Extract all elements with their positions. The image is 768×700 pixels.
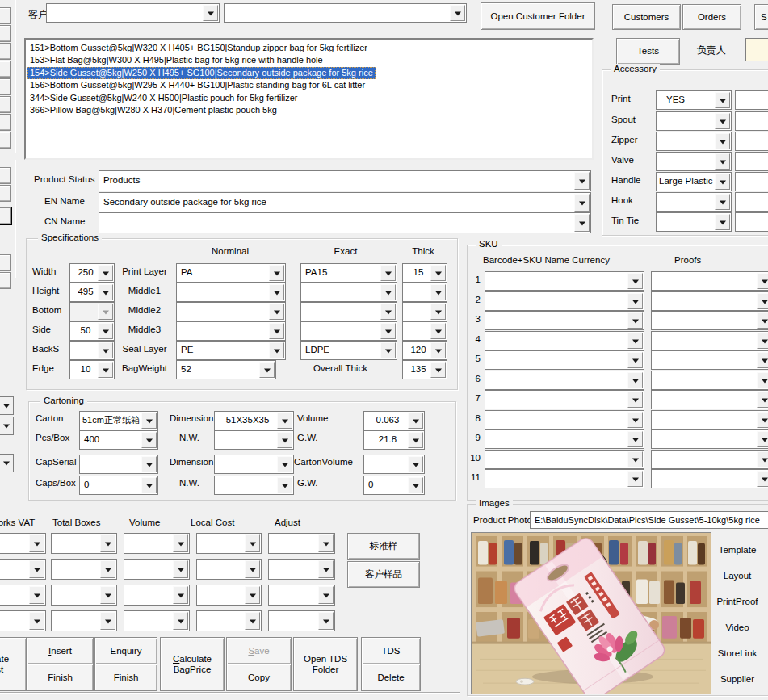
chevron-down-icon[interactable] bbox=[318, 534, 334, 552]
chevron-down-icon[interactable] bbox=[98, 265, 113, 281]
chevron-down-icon[interactable] bbox=[757, 333, 768, 349]
gw2-combo[interactable]: 0 bbox=[363, 476, 425, 495]
chevron-down-icon[interactable] bbox=[715, 113, 730, 129]
list-item-selected[interactable]: 154>Side Gusset@5kg|W250 X H495+ SG100|S… bbox=[27, 67, 376, 79]
chevron-down-icon[interactable] bbox=[627, 392, 643, 408]
print-layer-norminal-combo[interactable]: PA bbox=[176, 263, 286, 283]
chevron-down-icon[interactable] bbox=[627, 352, 643, 368]
sku-barcode-combo[interactable] bbox=[485, 291, 644, 311]
chevron-down-icon[interactable] bbox=[408, 413, 423, 429]
clipped-button-fragment[interactable] bbox=[0, 7, 11, 24]
chevron-down-icon[interactable] bbox=[173, 560, 188, 578]
chevron-down-icon[interactable] bbox=[715, 153, 730, 170]
edge-combo[interactable]: 10 bbox=[69, 360, 115, 379]
product-photo-path-field[interactable]: E:\BaiduSyncDisk\Data\Pics\Side Gusset\5… bbox=[530, 511, 768, 529]
list-item[interactable]: 153>Flat Bag@5kg|W300 X H495|Plastic bag… bbox=[27, 54, 325, 66]
chevron-down-icon[interactable] bbox=[29, 534, 44, 552]
chevron-down-icon[interactable] bbox=[277, 477, 292, 493]
cost-combo[interactable] bbox=[0, 610, 46, 631]
cost-combo[interactable] bbox=[196, 585, 262, 606]
chevron-down-icon[interactable] bbox=[574, 194, 590, 212]
orders-button[interactable]: Orders bbox=[682, 4, 741, 30]
cost-combo[interactable] bbox=[0, 585, 46, 606]
middle3-thick-combo[interactable] bbox=[402, 321, 447, 341]
chevron-down-icon[interactable] bbox=[100, 534, 115, 552]
chevron-down-icon[interactable] bbox=[715, 92, 730, 108]
sku-barcode-combo[interactable] bbox=[485, 390, 644, 409]
chevron-down-icon[interactable] bbox=[277, 456, 292, 472]
chevron-down-icon[interactable] bbox=[574, 172, 590, 190]
chevron-down-icon[interactable] bbox=[430, 304, 446, 320]
sku-proof-combo[interactable] bbox=[651, 331, 768, 350]
chevron-down-icon[interactable] bbox=[98, 323, 113, 339]
bottom-combo[interactable] bbox=[69, 302, 115, 321]
chevron-down-icon[interactable] bbox=[245, 586, 260, 604]
print-combo[interactable]: YES bbox=[656, 90, 732, 110]
caps-box-combo[interactable]: 0 bbox=[79, 476, 158, 495]
clipped-button-fragment[interactable] bbox=[0, 25, 11, 42]
clipped-button-fragment[interactable] bbox=[0, 272, 11, 289]
save-button[interactable]: Save bbox=[226, 637, 292, 664]
middle3-norminal-combo[interactable] bbox=[176, 321, 286, 341]
chevron-down-icon[interactable] bbox=[380, 265, 396, 281]
zipper-combo-2[interactable] bbox=[735, 132, 768, 151]
cost-combo[interactable] bbox=[51, 533, 117, 554]
capserial-combo[interactable] bbox=[79, 455, 158, 474]
valve-combo-2[interactable] bbox=[735, 152, 768, 171]
chevron-down-icon[interactable] bbox=[100, 586, 115, 604]
chevron-down-icon[interactable] bbox=[277, 413, 292, 429]
cost-combo[interactable] bbox=[124, 533, 190, 554]
chevron-down-icon[interactable] bbox=[269, 304, 284, 320]
chevron-down-icon[interactable] bbox=[269, 323, 284, 339]
customer-sample-button[interactable]: 客户样品 bbox=[347, 561, 420, 588]
sku-barcode-combo[interactable] bbox=[485, 410, 644, 430]
hook-combo[interactable] bbox=[656, 192, 732, 212]
chevron-down-icon[interactable] bbox=[245, 612, 260, 630]
sku-barcode-combo[interactable] bbox=[485, 311, 644, 330]
chevron-down-icon[interactable] bbox=[715, 194, 730, 210]
product-listbox[interactable]: 151>Bottom Gusset@5kg|W320 X H405+ BG150… bbox=[24, 38, 594, 160]
chevron-down-icon[interactable] bbox=[430, 342, 446, 358]
height-combo[interactable]: 495 bbox=[69, 283, 115, 302]
open-customer-folder-button[interactable]: Open Customer Folder bbox=[481, 2, 595, 30]
chevron-down-icon[interactable] bbox=[430, 284, 446, 300]
cost-combo[interactable] bbox=[0, 533, 46, 554]
delete-button[interactable]: Delete bbox=[361, 664, 421, 691]
sku-proof-combo[interactable] bbox=[651, 371, 768, 390]
sku-barcode-combo[interactable] bbox=[485, 450, 644, 469]
clipped-button-fragment[interactable] bbox=[0, 78, 11, 95]
chevron-down-icon[interactable] bbox=[380, 323, 396, 339]
sku-proof-combo[interactable] bbox=[651, 410, 768, 430]
chevron-down-icon[interactable] bbox=[627, 372, 643, 388]
chevron-down-icon[interactable] bbox=[141, 477, 157, 493]
clipped-button-fragment[interactable] bbox=[0, 207, 11, 224]
bagweight-combo[interactable]: 52 bbox=[176, 360, 276, 379]
chevron-down-icon[interactable] bbox=[203, 5, 218, 21]
clipped-button-fragment[interactable] bbox=[0, 254, 11, 271]
finish-button-1[interactable]: Finish bbox=[27, 664, 94, 691]
calculate-bagprice-button[interactable]: Calculate BagPrice bbox=[160, 637, 225, 691]
handle-combo-2[interactable] bbox=[735, 172, 768, 191]
chevron-down-icon[interactable] bbox=[141, 413, 157, 429]
chevron-down-icon[interactable] bbox=[29, 586, 44, 604]
chevron-down-icon[interactable] bbox=[173, 534, 188, 552]
chevron-down-icon[interactable] bbox=[318, 586, 334, 604]
clipped-button-fragment[interactable] bbox=[0, 96, 11, 113]
seal-layer-norminal-combo[interactable]: PE bbox=[176, 341, 286, 360]
chevron-down-icon[interactable] bbox=[141, 456, 157, 472]
chevron-down-icon[interactable] bbox=[627, 412, 643, 428]
chevron-down-icon[interactable] bbox=[627, 293, 643, 309]
cost-combo[interactable] bbox=[196, 533, 262, 554]
chevron-down-icon[interactable] bbox=[100, 560, 115, 578]
chevron-down-icon[interactable] bbox=[269, 342, 284, 358]
supplier-button[interactable]: Supplier bbox=[711, 674, 764, 684]
cost-combo[interactable] bbox=[196, 610, 262, 631]
middle2-exact-combo[interactable] bbox=[300, 302, 397, 321]
spout-combo[interactable] bbox=[656, 111, 732, 131]
cost-combo[interactable] bbox=[268, 585, 335, 606]
clipped-button-fragment[interactable] bbox=[0, 185, 11, 202]
carton-dimension2-combo[interactable] bbox=[214, 455, 294, 474]
gw-combo[interactable]: 21.8 bbox=[363, 430, 425, 450]
chevron-down-icon[interactable] bbox=[757, 412, 768, 428]
manager-combo[interactable] bbox=[745, 38, 768, 61]
